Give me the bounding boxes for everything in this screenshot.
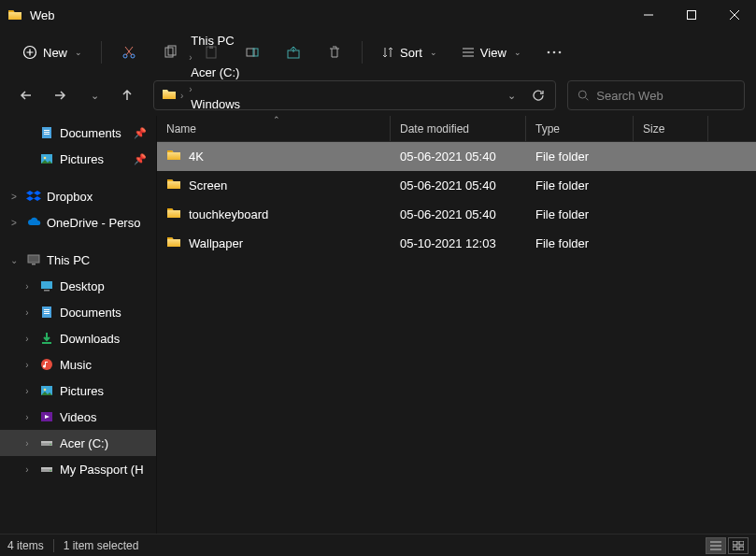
file-type: File folder xyxy=(526,150,634,164)
status-selection: 1 item selected xyxy=(64,539,139,552)
tree-item[interactable]: Documents📌 xyxy=(0,120,156,146)
tree-item[interactable]: ⌄This PC xyxy=(0,247,156,273)
close-button[interactable] xyxy=(713,0,756,30)
music-icon xyxy=(39,357,54,372)
view-button[interactable]: View ⌄ xyxy=(452,36,531,68)
tree-item-label: Desktop xyxy=(60,279,105,293)
delete-button[interactable] xyxy=(317,36,352,68)
tree-item-label: Dropbox xyxy=(47,190,93,204)
file-row[interactable]: Wallpaper05-10-2021 12:03File folder xyxy=(157,229,756,258)
maximize-button[interactable] xyxy=(670,0,713,30)
breadcrumb-segment[interactable]: Windows xyxy=(187,95,244,113)
minimize-button[interactable] xyxy=(627,0,670,30)
dropbox-icon xyxy=(26,189,41,204)
tree-item[interactable]: ›Documents xyxy=(0,299,156,325)
refresh-button[interactable] xyxy=(525,82,551,108)
breadcrumb-segment[interactable]: Acer (C:) xyxy=(187,64,244,81)
column-headers[interactable]: ⌃ Name Date modified Type Size xyxy=(157,116,756,142)
copy-button[interactable] xyxy=(152,36,188,68)
tree-item[interactable]: ›Downloads xyxy=(0,325,156,351)
back-button[interactable] xyxy=(11,80,41,110)
separator xyxy=(362,41,363,64)
tree-item[interactable]: ›Acer (C:) xyxy=(0,430,156,456)
expander-icon[interactable]: > xyxy=(7,192,21,202)
share-button[interactable] xyxy=(276,36,311,68)
expander-icon[interactable]: › xyxy=(21,281,34,292)
window-title: Web xyxy=(30,8,627,22)
navigation-pane[interactable]: Documents📌Pictures📌>Dropbox>OneDrive - P… xyxy=(0,116,157,534)
search-input[interactable] xyxy=(596,89,735,103)
svg-rect-38 xyxy=(41,467,52,469)
tree-item[interactable]: >Dropbox xyxy=(0,183,156,209)
pic-icon xyxy=(39,151,54,166)
tree-item[interactable]: ›Videos xyxy=(0,404,156,430)
file-date: 05-06-2021 05:40 xyxy=(391,150,526,164)
column-date[interactable]: Date modified xyxy=(391,116,526,141)
tree-item-label: Downloads xyxy=(60,332,120,346)
tree-item[interactable]: ›Music xyxy=(0,351,156,378)
svg-rect-18 xyxy=(44,134,50,135)
tree-item-label: Pictures xyxy=(60,152,104,166)
more-button[interactable] xyxy=(536,36,572,68)
file-row[interactable]: 4K05-06-2021 05:40File folder xyxy=(157,142,756,171)
expander-icon[interactable]: › xyxy=(21,334,34,344)
svg-rect-0 xyxy=(688,11,696,20)
expander-icon[interactable]: ⌄ xyxy=(7,255,21,265)
desktop-icon xyxy=(39,278,54,293)
sort-label: Sort xyxy=(400,46,422,60)
folder-icon xyxy=(166,206,181,223)
expander-icon[interactable]: › xyxy=(21,307,34,318)
svg-rect-23 xyxy=(41,281,52,289)
breadcrumb-segment[interactable]: This PC xyxy=(187,32,244,50)
tree-item[interactable]: ›My Passport (H xyxy=(0,456,156,482)
new-button[interactable]: New ⌄ xyxy=(13,36,92,68)
tree-item[interactable]: ›Pictures xyxy=(0,378,156,404)
separator xyxy=(101,41,102,64)
details-view-button[interactable] xyxy=(706,537,726,554)
onedrive-icon xyxy=(26,215,41,230)
expander-icon[interactable]: › xyxy=(21,360,34,370)
svg-point-32 xyxy=(44,389,47,392)
file-name: Wallpaper xyxy=(189,236,243,250)
column-size[interactable]: Size xyxy=(634,116,708,141)
pin-icon: 📌 xyxy=(134,153,147,165)
drive-icon xyxy=(39,435,54,450)
file-row[interactable]: Screen05-06-2021 05:40File folder xyxy=(157,171,756,200)
address-dropdown-button[interactable]: ⌄ xyxy=(497,82,523,108)
expander-icon[interactable]: › xyxy=(21,438,34,449)
status-bar: 4 items 1 item selected xyxy=(0,534,756,556)
forward-button[interactable] xyxy=(45,80,75,110)
svg-point-30 xyxy=(41,359,52,370)
svg-rect-22 xyxy=(32,264,36,265)
expander-icon[interactable]: › xyxy=(21,386,34,396)
address-row: ⌄ › This PC›Acer (C:)›Windows›Web› ⌄ xyxy=(0,75,756,116)
folder-icon xyxy=(166,177,181,194)
file-list: ⌃ Name Date modified Type Size 4K05-06-2… xyxy=(157,116,756,534)
tree-item[interactable]: >OneDrive - Perso xyxy=(0,209,156,235)
tree-item-label: Acer (C:) xyxy=(60,436,108,450)
file-row[interactable]: touchkeyboard05-06-2021 05:40File folder xyxy=(157,200,756,229)
expander-icon[interactable]: › xyxy=(21,464,34,475)
svg-rect-17 xyxy=(44,132,50,133)
column-type[interactable]: Type xyxy=(526,116,634,141)
cut-button[interactable] xyxy=(111,36,147,68)
thumbnails-view-button[interactable] xyxy=(728,537,749,554)
up-button[interactable] xyxy=(112,80,142,110)
sort-button[interactable]: Sort ⌄ xyxy=(372,36,447,68)
address-bar[interactable]: › This PC›Acer (C:)›Windows›Web› ⌄ xyxy=(153,80,556,110)
doc-icon xyxy=(39,125,54,140)
tree-item[interactable]: Pictures📌 xyxy=(0,146,156,172)
svg-rect-27 xyxy=(44,311,50,312)
file-type: File folder xyxy=(526,178,634,192)
expander-icon[interactable]: › xyxy=(21,412,34,422)
chevron-right-icon: › xyxy=(187,52,193,63)
chevron-down-icon: ⌄ xyxy=(75,48,82,57)
search-icon xyxy=(578,89,589,102)
expander-icon[interactable]: > xyxy=(7,218,21,228)
tree-item[interactable]: ›Desktop xyxy=(0,273,156,299)
svg-rect-41 xyxy=(739,541,744,545)
tree-item-label: Documents xyxy=(60,126,121,140)
search-box[interactable] xyxy=(567,80,745,110)
recent-button[interactable]: ⌄ xyxy=(78,80,108,110)
tree-item-label: Documents xyxy=(60,306,121,320)
